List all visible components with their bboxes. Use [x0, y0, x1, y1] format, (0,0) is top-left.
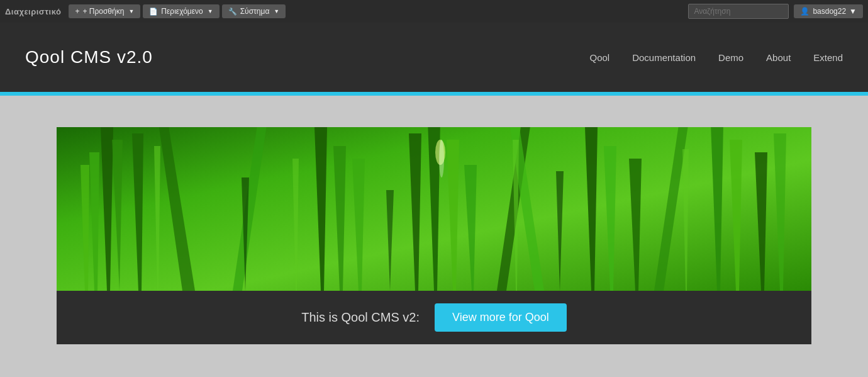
- content-caret-icon: ▼: [208, 8, 213, 14]
- add-button[interactable]: + + Προσθήκη ▼: [69, 4, 140, 18]
- system-button[interactable]: 🔧 Σύστημα ▼: [222, 4, 286, 18]
- system-button-label: Σύστημα: [240, 7, 270, 16]
- cta-text: This is Qool CMS v2:: [301, 310, 420, 325]
- nav-about[interactable]: About: [766, 52, 791, 63]
- hero-image: [57, 127, 811, 291]
- nav-demo[interactable]: Demo: [718, 52, 743, 63]
- add-caret-icon: ▼: [128, 8, 134, 14]
- nav-extend[interactable]: Extend: [813, 52, 843, 63]
- user-button[interactable]: 👤 basdog22 ▼: [794, 4, 863, 18]
- user-caret-icon: ▼: [849, 7, 857, 16]
- content-button-label: Περιεχόμενο: [161, 7, 203, 16]
- svg-point-26: [439, 140, 444, 177]
- wrench-icon: 🔧: [228, 8, 237, 16]
- add-button-label: + Προσθήκη: [82, 7, 124, 16]
- cta-bar: This is Qool CMS v2: View more for Qool: [57, 291, 811, 344]
- nav-documentation[interactable]: Documentation: [632, 52, 696, 63]
- hero-svg: [57, 127, 811, 291]
- admin-brand: Διαχειριστικό: [5, 7, 61, 16]
- username-label: basdog22: [813, 7, 846, 16]
- admin-bar-right: 👤 basdog22 ▼: [688, 4, 863, 19]
- content-button[interactable]: 📄 Περιεχόμενο ▼: [143, 4, 219, 18]
- site-nav: Qool Documentation Demo About Extend: [589, 52, 843, 63]
- hero-section: This is Qool CMS v2: View more for Qool: [57, 127, 811, 344]
- plus-icon: +: [75, 7, 79, 16]
- admin-bar: Διαχειριστικό + + Προσθήκη ▼ 📄 Περιεχόμε…: [0, 0, 868, 23]
- gray-gap: [0, 96, 868, 127]
- site-logo: Qool CMS v2.0: [25, 47, 153, 67]
- search-input[interactable]: [688, 4, 789, 19]
- cta-button[interactable]: View more for Qool: [435, 303, 567, 332]
- user-icon: 👤: [800, 7, 810, 16]
- nav-qool[interactable]: Qool: [589, 52, 609, 63]
- site-header: Qool CMS v2.0 Qool Documentation Demo Ab…: [0, 23, 868, 92]
- system-caret-icon: ▼: [274, 8, 279, 14]
- doc-icon: 📄: [149, 8, 158, 16]
